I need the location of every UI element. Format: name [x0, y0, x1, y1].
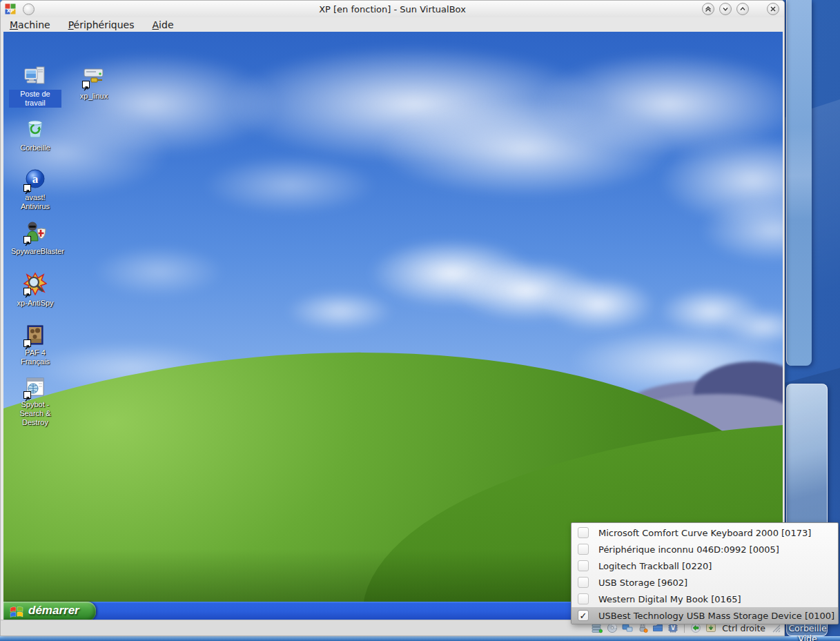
- menu-item-usb-device[interactable]: Logitech Trackball [0220]: [572, 558, 838, 574]
- menu-item-label: Western Digital My Book [0165]: [598, 594, 741, 604]
- checkbox-unchecked: [578, 593, 589, 604]
- xp-antispy-icon: [23, 272, 47, 295]
- double-chevron-up-icon: [704, 5, 712, 13]
- minimize-button[interactable]: [719, 3, 732, 15]
- checkbox-checked: ✓: [578, 610, 589, 621]
- checkbox-unchecked: [578, 527, 589, 538]
- shade-button[interactable]: [702, 3, 714, 15]
- spywareblaster-icon: [23, 220, 47, 244]
- menu-item-label: USB Storage [9602]: [598, 578, 687, 588]
- menu-item-usb-device-selected[interactable]: ✓ USBest Technology USB Mass Storage Dev…: [572, 607, 838, 624]
- icon-label: Poste de travail: [9, 90, 61, 108]
- icon-label: xp-AntiSpy: [14, 299, 55, 308]
- my-computer-icon: [23, 65, 47, 88]
- spybot-icon: [23, 375, 47, 399]
- avast-icon: a: [23, 168, 47, 192]
- check-icon: ✓: [580, 611, 587, 621]
- checkbox-unchecked: [578, 544, 589, 555]
- recycle-bin-icon: [23, 117, 47, 140]
- start-button[interactable]: démarrer: [3, 602, 96, 621]
- menu-item-usb-device[interactable]: USB Storage [9602]: [572, 574, 838, 591]
- shortcut-arrow-icon: [23, 288, 31, 295]
- menu-item-usb-device[interactable]: Périphérique inconnu 046D:0992 [0005]: [572, 541, 838, 558]
- svg-text:a: a: [32, 172, 39, 186]
- desktop-icon-avast[interactable]: a avast! Antivirus: [9, 168, 61, 212]
- icon-label: SpywareBlaster: [9, 247, 66, 256]
- menu-item-label: USBest Technology USB Mass Storage Devic…: [598, 611, 834, 621]
- shortcut-arrow-icon: [82, 81, 90, 88]
- icon-label: Corbeille: [18, 144, 52, 152]
- menu-aide[interactable]: Aide: [153, 19, 174, 30]
- desktop-icon-poste-de-travail[interactable]: Poste de travail: [9, 65, 61, 108]
- menu-item-label: Microsoft Comfort Curve Keyboard 2000 [0…: [598, 528, 811, 538]
- screen: Corbeille Vide XP XP [en fonction] - Sun…: [0, 0, 840, 641]
- desktop-icon-xp-linux[interactable]: xp_linux: [68, 65, 120, 101]
- shortcut-arrow-icon: [23, 184, 31, 192]
- host-panel-edge: [0, 636, 840, 641]
- start-label: démarrer: [28, 604, 79, 619]
- host-trash-label[interactable]: Corbeille Vide: [785, 623, 830, 641]
- shortcut-arrow-icon: [23, 236, 31, 244]
- icon-label: avast! Antivirus: [9, 193, 61, 211]
- maximize-button[interactable]: [736, 3, 749, 15]
- close-icon: [769, 5, 777, 13]
- shortcut-arrow-icon: [23, 391, 31, 399]
- chevron-down-icon: [721, 5, 730, 13]
- svg-text:V: V: [671, 625, 676, 631]
- window-title: XP [en fonction] - Sun VirtualBox: [1, 4, 784, 14]
- usb-devices-menu: Microsoft Comfort Curve Keyboard 2000 [0…: [571, 522, 839, 624]
- desktop-icon-spywareblaster[interactable]: SpywareBlaster: [9, 220, 61, 257]
- icon-label: PAF 4 Français: [9, 348, 61, 366]
- menu-item-usb-device[interactable]: Western Digital My Book [0165]: [572, 591, 838, 607]
- menu-machine[interactable]: Machine: [10, 19, 50, 30]
- network-drive-icon: [82, 65, 106, 88]
- statusbar-separator: [684, 623, 685, 633]
- menu-item-usb-device[interactable]: Microsoft Comfort Curve Keyboard 2000 [0…: [572, 524, 838, 541]
- paf-photo-icon: [23, 324, 47, 347]
- titlebar[interactable]: XP XP [en fonction] - Sun VirtualBox: [1, 1, 784, 17]
- menu-peripheriques[interactable]: Périphériques: [68, 19, 135, 30]
- close-button[interactable]: [767, 3, 779, 15]
- chevron-up-icon: [739, 5, 747, 13]
- menu-item-label: Logitech Trackball [0220]: [598, 561, 712, 571]
- desktop-icon-corbeille[interactable]: Corbeille: [9, 117, 61, 153]
- menubar: Machine Périphériques Aide: [1, 17, 784, 32]
- shortcut-arrow-icon: [23, 339, 31, 347]
- desktop-icon-paf[interactable]: PAF 4 Français: [9, 324, 61, 367]
- checkbox-unchecked: [578, 577, 589, 588]
- host-background-window[interactable]: [786, 0, 812, 366]
- desktop-icon-xp-antispy[interactable]: xp-AntiSpy: [9, 272, 61, 308]
- checkbox-unchecked: [578, 560, 589, 571]
- icon-label: Spybot - Search & Destroy: [6, 400, 64, 427]
- menu-item-label: Périphérique inconnu 046D:0992 [0005]: [598, 544, 779, 555]
- icon-label: xp_linux: [78, 92, 110, 101]
- desktop-icon-spybot[interactable]: Spybot - Search & Destroy: [6, 375, 64, 428]
- windows-flag-icon: [9, 604, 24, 619]
